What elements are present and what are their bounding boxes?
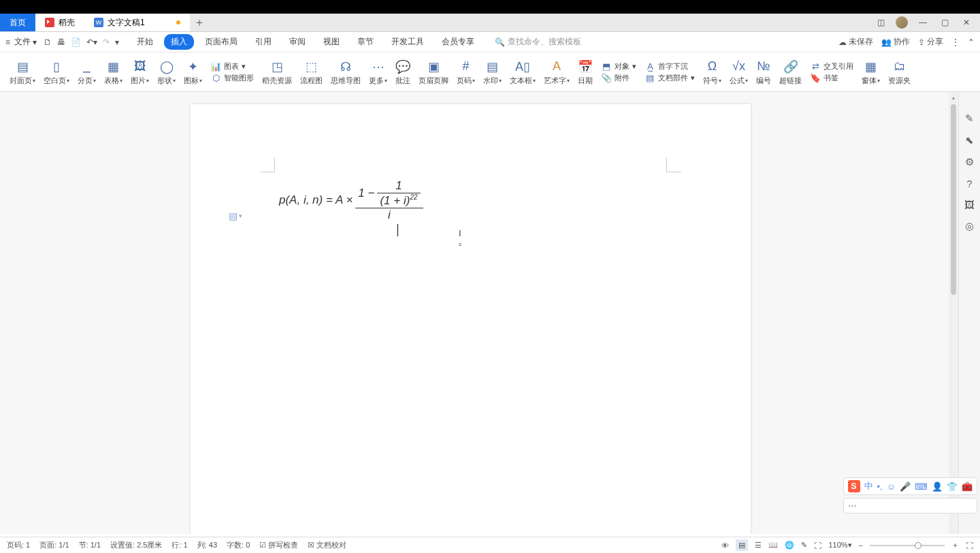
ribbon-tab-layout[interactable]: 页面布局 [198, 34, 244, 50]
qat-save-button[interactable]: 🗋 [44, 37, 52, 47]
workspace-icon[interactable]: ◫ [874, 16, 887, 29]
status-col[interactable]: 列: 43 [197, 540, 217, 550]
share-button[interactable]: ⇪分享 [918, 36, 943, 48]
ribbon-tab-start[interactable]: 开始 [130, 34, 160, 50]
qat-preview-button[interactable]: 📄 [71, 37, 81, 47]
qat-undo-button[interactable]: ↶▾ [86, 37, 97, 47]
window-minimize-button[interactable]: — [916, 16, 930, 29]
hyperlink-button[interactable]: 🔗超链接 [775, 57, 806, 87]
ime-more-icon[interactable]: ⋯ [848, 501, 857, 511]
scroll-thumb[interactable] [951, 104, 956, 295]
ime-toolbox-icon[interactable]: 🧰 [962, 481, 973, 492]
paragraph-handle[interactable]: ▤▾ [229, 210, 242, 221]
cover-page-button[interactable]: ▤封面页▾ [5, 57, 39, 87]
headerfooter-button[interactable]: ▣页眉页脚 [414, 57, 453, 87]
coop-button[interactable]: 👥协作 [881, 36, 910, 48]
docer-resource-button[interactable]: ◳稻壳资源 [258, 57, 296, 87]
flowchart-button[interactable]: ⬚流程图 [296, 57, 327, 87]
dropcap-button[interactable]: A̲首字下沉 [644, 61, 695, 72]
status-row[interactable]: 行: 1 [172, 540, 187, 550]
ime-skin-icon[interactable]: 👕 [947, 481, 958, 492]
ime-punct-icon[interactable]: •, [877, 481, 883, 492]
symbol-button[interactable]: Ω符号▾ [699, 57, 725, 87]
wordart-button[interactable]: A艺术字▾ [540, 57, 574, 87]
sidebar-select-icon[interactable]: ⬉ [965, 134, 974, 146]
zoom-value[interactable]: 110%▾ [828, 541, 851, 550]
chart-button[interactable]: 📊图表▾ [210, 61, 254, 72]
zoom-fit-button[interactable]: ⛶ [814, 541, 821, 550]
sidebar-settings-icon[interactable]: ⚙ [965, 156, 974, 168]
pane-button[interactable]: ▦窗体▾ [858, 57, 884, 87]
mindmap-button[interactable]: ☊思维导图 [327, 57, 365, 87]
window-close-button[interactable]: ✕ [960, 16, 973, 29]
crossref-button[interactable]: ⇄交叉引用 [810, 61, 853, 72]
status-words[interactable]: 字数: 0 [227, 540, 250, 550]
status-proof[interactable]: ☒文档校对 [308, 540, 346, 550]
ime-keyboard-icon[interactable]: ⌨ [915, 481, 928, 492]
docpart-button[interactable]: ▤文档部件▾ [644, 73, 695, 83]
ime-emoji-icon[interactable]: ☺ [887, 481, 896, 492]
ribbon-tab-reference[interactable]: 引用 [248, 34, 278, 50]
ribbon-tab-section[interactable]: 章节 [350, 34, 380, 50]
hamburger-icon[interactable]: ≡ [5, 37, 10, 47]
textbox-button[interactable]: A▯文本框▾ [506, 57, 540, 87]
file-menu[interactable]: 文件▾ [14, 36, 37, 48]
scroll-up-icon[interactable]: ▴ [951, 95, 956, 100]
zoom-in-button[interactable]: ＋ [951, 540, 959, 550]
ime-mic-icon[interactable]: 🎤 [900, 481, 911, 492]
view-page-button[interactable]: ▤ [736, 539, 748, 551]
pagebreak-button[interactable]: ⎯分页▾ [74, 57, 100, 87]
ribbon-tab-review[interactable]: 审阅 [282, 34, 312, 50]
status-eye-icon[interactable]: 👁 [721, 541, 729, 550]
comment-button[interactable]: 💬批注 [391, 57, 414, 87]
document-canvas[interactable]: ▤▾ p(A, i, n) = A × 1 − 1 (1 + i)22 i I≡ [0, 92, 958, 534]
ribbon-tab-insert[interactable]: 插入 [164, 34, 194, 50]
table-button[interactable]: ▦表格▾ [100, 57, 127, 87]
sidebar-help-icon[interactable]: ? [966, 178, 972, 189]
ime-lang[interactable]: 中 [864, 480, 873, 492]
status-pagecode[interactable]: 页码: 1 [7, 540, 30, 550]
more-button[interactable]: ⋯更多▾ [365, 57, 391, 87]
zoom-thumb[interactable] [915, 542, 921, 549]
sidebar-image-icon[interactable]: 🖼 [964, 199, 975, 210]
icon-button[interactable]: ✦图标▾ [180, 57, 206, 87]
sidebar-location-icon[interactable]: ◎ [965, 220, 974, 232]
bookmark-button[interactable]: 🔖书签 [810, 73, 853, 83]
date-button[interactable]: 📅日期 [574, 57, 597, 87]
equation-button[interactable]: √x公式▾ [725, 57, 752, 87]
tab-add-button[interactable]: ＋ [190, 14, 209, 31]
ribbon-tab-devtools[interactable]: 开发工具 [385, 34, 431, 50]
collapse-ribbon-button[interactable]: ⌃ [968, 37, 975, 47]
equation-object[interactable]: p(A, i, n) = A × 1 − 1 (1 + i)22 i [279, 179, 423, 222]
qat-redo-button[interactable]: ↷ [103, 37, 110, 47]
object-button[interactable]: ⬒对象▾ [601, 61, 636, 72]
smartart-button[interactable]: ⬡智能图形 [210, 73, 254, 83]
tab-home[interactable]: 首页 [0, 14, 35, 31]
view-draft-button[interactable]: ✎ [801, 541, 807, 550]
window-maximize-button[interactable]: ▢ [938, 16, 951, 29]
zoom-out-button[interactable]: − [859, 541, 863, 550]
view-web-button[interactable]: 🌐 [785, 541, 794, 550]
status-page[interactable]: 页面: 1/1 [39, 540, 69, 550]
zoom-slider[interactable] [870, 545, 945, 546]
qat-print-button[interactable]: 🖶 [57, 37, 65, 47]
view-outline-button[interactable]: ☰ [755, 541, 762, 550]
attachment-button[interactable]: 📎附件 [601, 73, 636, 83]
view-read-button[interactable]: 📖 [768, 541, 778, 550]
tab-docer[interactable]: 稻壳 [35, 14, 84, 31]
ime-secondary-row[interactable]: ⋯ [843, 498, 977, 514]
pagenum-button[interactable]: #页码▾ [453, 57, 479, 87]
shape-button[interactable]: ◯形状▾ [153, 57, 180, 87]
ribbon-tab-member[interactable]: 会员专享 [435, 34, 481, 50]
status-section[interactable]: 节: 1/1 [79, 540, 101, 550]
more-menu-button[interactable]: ⋮ [951, 37, 960, 47]
unsaved-button[interactable]: ☁未保存 [838, 36, 873, 48]
blank-page-button[interactable]: ▯空白页▾ [39, 57, 74, 87]
status-setting[interactable]: 设置值: 2.5厘米 [110, 540, 162, 550]
resource-button[interactable]: 🗂资源夹 [884, 57, 915, 87]
fullscreen-button[interactable]: ⛶ [966, 541, 973, 550]
picture-button[interactable]: 🖼图片▾ [127, 57, 153, 87]
tab-document[interactable]: W文字文稿1 [84, 14, 190, 31]
ime-main-row[interactable]: S 中 •, ☺ 🎤 ⌨ 👤 👕 🧰 [843, 477, 977, 495]
sidebar-pen-icon[interactable]: ✎ [965, 112, 974, 125]
